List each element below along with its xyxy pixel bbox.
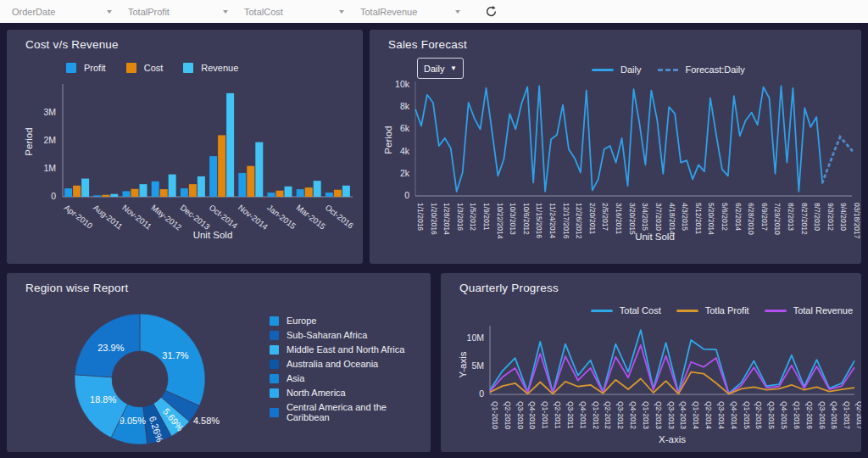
svg-text:1/9/2011: 1/9/2011 — [482, 203, 491, 231]
filter-dropdown-totalcost[interactable]: TotalCost — [244, 3, 348, 20]
svg-text:6/2/2014: 6/2/2014 — [734, 203, 743, 231]
svg-text:Q3-2011: Q3-2011 — [566, 401, 575, 429]
svg-text:Q4-2014: Q4-2014 — [730, 401, 738, 429]
svg-text:Q1-2013: Q1-2013 — [642, 401, 650, 429]
filter-label: OrderDate — [12, 7, 55, 17]
svg-text:Q2-2011: Q2-2011 — [554, 401, 562, 429]
svg-text:12/26/2012: 12/26/2012 — [575, 203, 583, 239]
svg-text:11/15/2016: 11/15/2016 — [535, 203, 543, 238]
svg-text:1/5/2012: 1/5/2012 — [469, 203, 477, 231]
svg-text:Oct-2016: Oct-2016 — [324, 203, 356, 231]
line-chart-canvas: 02k4k6k8k10k1/1/20161/20/20161/28/20141/… — [370, 30, 861, 264]
svg-text:X-axis: X-axis — [659, 434, 686, 444]
svg-text:9/4/2010: 9/4/2010 — [839, 203, 848, 231]
svg-text:Q4-2011: Q4-2011 — [579, 401, 587, 429]
svg-text:11/24/2014: 11/24/2014 — [548, 203, 557, 238]
svg-text:Unit Sold: Unit Sold — [193, 230, 233, 240]
svg-text:4k: 4k — [400, 146, 410, 156]
svg-text:Q4-2010: Q4-2010 — [528, 401, 537, 429]
refresh-button[interactable] — [481, 3, 500, 21]
svg-text:Q2-2017: Q2-2017 — [855, 401, 861, 429]
svg-text:4.58%: 4.58% — [193, 416, 220, 426]
svg-text:Q4-2012: Q4-2012 — [629, 401, 637, 429]
svg-text:Aug-2011: Aug-2011 — [92, 203, 125, 232]
svg-text:6/28/2010: 6/28/2010 — [747, 203, 755, 235]
svg-text:3/16/2011: 3/16/2011 — [615, 203, 623, 234]
svg-text:2M: 2M — [43, 135, 56, 145]
filter-dropdown-orderdate[interactable]: OrderDate — [12, 3, 115, 20]
svg-text:10/3/2013: 10/3/2013 — [509, 203, 517, 235]
svg-text:Q1-2015: Q1-2015 — [743, 401, 751, 429]
svg-text:6k: 6k — [400, 123, 410, 133]
svg-text:2/5/2017: 2/5/2017 — [601, 203, 609, 231]
svg-text:0: 0 — [51, 191, 56, 201]
svg-text:3/7/2010: 3/7/2010 — [654, 203, 663, 231]
svg-text:Jan-2015: Jan-2015 — [265, 203, 298, 231]
svg-text:5/6/2012: 5/6/2012 — [721, 203, 729, 231]
svg-text:0: 0 — [404, 190, 409, 200]
svg-text:10/6/2012: 10/6/2012 — [522, 203, 531, 235]
svg-text:8k: 8k — [400, 101, 410, 111]
svg-text:Q3-2016: Q3-2016 — [818, 401, 826, 429]
filter-dropdown-totalrevenue[interactable]: TotalRevenue — [360, 3, 464, 20]
svg-text:5M: 5M — [471, 360, 484, 371]
svg-text:Q1-2014: Q1-2014 — [692, 401, 700, 429]
svg-text:8/7/2010: 8/7/2010 — [813, 203, 821, 231]
svg-text:03/18/2017: 03/18/2017 — [853, 203, 861, 239]
svg-text:1/3/2016: 1/3/2016 — [456, 203, 465, 231]
dashboard: OrderDate TotalProfit TotalCost TotalRev… — [0, 0, 868, 458]
svg-text:4/18/2014: 4/18/2014 — [668, 203, 676, 235]
panel-region-wise-report: Region wise Report Europe Sub-Saharan Af… — [7, 273, 431, 452]
svg-text:0: 0 — [479, 388, 484, 399]
svg-text:7/29/2010: 7/29/2010 — [773, 203, 782, 235]
svg-text:10/22/2014: 10/22/2014 — [496, 203, 504, 239]
svg-text:10M: 10M — [467, 332, 484, 343]
svg-text:Oct-2014: Oct-2014 — [208, 203, 240, 231]
svg-text:Q4-2016: Q4-2016 — [830, 401, 838, 429]
svg-text:Q3-2015: Q3-2015 — [767, 401, 776, 429]
chevron-down-icon — [455, 10, 460, 14]
svg-text:3M: 3M — [43, 107, 56, 117]
svg-text:Q2-2016: Q2-2016 — [805, 401, 814, 429]
svg-text:Q1-2012: Q1-2012 — [592, 401, 600, 429]
svg-text:9/3/2012: 9/3/2012 — [826, 203, 835, 231]
svg-text:Dec-2013: Dec-2013 — [179, 203, 212, 232]
svg-text:Mar-2015: Mar-2015 — [294, 203, 327, 232]
svg-text:8/2/2013: 8/2/2013 — [787, 203, 795, 231]
refresh-icon — [485, 5, 498, 18]
line-chart-canvas: 05M10MQ1-2010Q2-2010Q3-2010Q4-2010Q1-201… — [441, 273, 861, 452]
filter-dropdown-totalprofit[interactable]: TotalProfit — [128, 3, 231, 20]
panel-sales-forecast: Sales Forecast Daily ▼ Daily Forecast:Da… — [370, 30, 861, 264]
chevron-down-icon — [223, 10, 228, 14]
svg-text:12/17/2016: 12/17/2016 — [562, 203, 570, 239]
svg-text:May-2012: May-2012 — [149, 203, 183, 232]
svg-text:3/4/2015: 3/4/2015 — [641, 203, 649, 231]
svg-text:Period: Period — [24, 127, 34, 155]
svg-text:Unit Sold: Unit Sold — [635, 232, 675, 242]
svg-text:Apr-2010: Apr-2010 — [63, 203, 95, 231]
svg-text:Nov-2011: Nov-2011 — [120, 203, 153, 232]
svg-text:Q4-2015: Q4-2015 — [780, 401, 788, 429]
svg-text:18.8%: 18.8% — [90, 394, 116, 405]
filter-label: TotalCost — [244, 7, 283, 17]
svg-text:31.7%: 31.7% — [162, 350, 188, 360]
svg-text:2/20/2011: 2/20/2011 — [588, 203, 597, 234]
svg-text:Q3-2014: Q3-2014 — [717, 401, 726, 429]
svg-text:Period: Period — [383, 126, 393, 154]
svg-text:Q2-2014: Q2-2014 — [704, 401, 713, 429]
svg-text:23.9%: 23.9% — [97, 343, 124, 353]
svg-text:Q3-2010: Q3-2010 — [516, 401, 525, 429]
svg-text:Q2-2013: Q2-2013 — [654, 401, 663, 429]
donut-chart-canvas: 31.7%4.58%5.69%6.26%9.05%18.8%23.9% — [7, 273, 431, 452]
svg-text:Y-axis: Y-axis — [458, 351, 468, 377]
svg-text:Q2-2010: Q2-2010 — [504, 401, 512, 429]
svg-text:Q1-2016: Q1-2016 — [793, 401, 801, 429]
svg-text:Q1-2017: Q1-2017 — [843, 401, 851, 429]
svg-text:Q3-2013: Q3-2013 — [667, 401, 676, 429]
svg-text:1/28/2014: 1/28/2014 — [442, 203, 451, 235]
svg-text:3/20/2015: 3/20/2015 — [628, 203, 637, 235]
svg-text:Nov-2014: Nov-2014 — [236, 203, 270, 232]
svg-text:5/20/2014: 5/20/2014 — [707, 203, 715, 235]
chevron-down-icon — [107, 10, 112, 14]
bar-chart-canvas: 01M2M3MApr-2010Aug-2011Nov-2011May-2012D… — [7, 30, 363, 264]
